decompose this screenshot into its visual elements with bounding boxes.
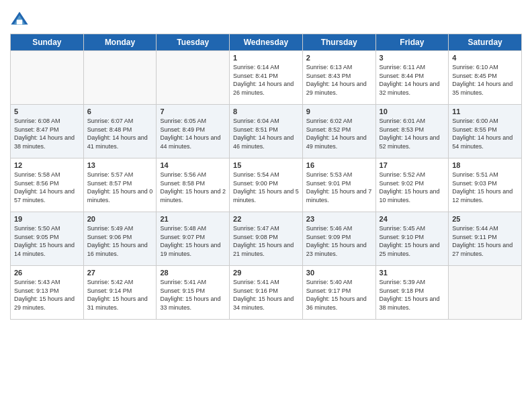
day-number: 13 bbox=[87, 161, 153, 169]
day-info: Sunrise: 6:13 AMSunset: 8:43 PMDaylight:… bbox=[306, 63, 372, 97]
day-number: 30 bbox=[306, 269, 372, 277]
day-info: Sunrise: 5:50 AMSunset: 9:05 PMDaylight:… bbox=[14, 224, 80, 258]
calendar-cell bbox=[157, 51, 230, 105]
day-number: 11 bbox=[452, 107, 518, 116]
day-info: Sunrise: 5:46 AMSunset: 9:09 PMDaylight:… bbox=[306, 224, 372, 258]
calendar-cell: 31Sunrise: 5:39 AMSunset: 9:18 PMDayligh… bbox=[375, 266, 449, 320]
col-header-sunday: Sunday bbox=[11, 34, 84, 51]
calendar-cell bbox=[83, 51, 157, 105]
day-number: 28 bbox=[160, 269, 226, 277]
day-number: 17 bbox=[380, 161, 445, 169]
col-header-tuesday: Tuesday bbox=[157, 34, 230, 51]
day-info: Sunrise: 5:44 AMSunset: 9:11 PMDaylight:… bbox=[452, 224, 518, 258]
day-info: Sunrise: 5:48 AMSunset: 9:07 PMDaylight:… bbox=[160, 224, 226, 258]
calendar-cell: 12Sunrise: 5:58 AMSunset: 8:56 PMDayligh… bbox=[11, 158, 84, 212]
day-info: Sunrise: 6:01 AMSunset: 8:53 PMDaylight:… bbox=[380, 117, 445, 150]
calendar-cell: 16Sunrise: 5:53 AMSunset: 9:01 PMDayligh… bbox=[302, 158, 375, 212]
calendar-cell: 23Sunrise: 5:46 AMSunset: 9:09 PMDayligh… bbox=[302, 212, 375, 266]
calendar-week-5: 26Sunrise: 5:43 AMSunset: 9:13 PMDayligh… bbox=[11, 266, 522, 320]
day-number: 10 bbox=[380, 107, 445, 116]
day-info: Sunrise: 5:40 AMSunset: 9:17 PMDaylight:… bbox=[306, 278, 372, 312]
day-number: 27 bbox=[87, 269, 153, 277]
day-info: Sunrise: 6:14 AMSunset: 8:41 PMDaylight:… bbox=[233, 63, 299, 97]
day-info: Sunrise: 5:53 AMSunset: 9:01 PMDaylight:… bbox=[306, 171, 372, 204]
calendar-cell: 7Sunrise: 6:05 AMSunset: 8:49 PMDaylight… bbox=[157, 105, 230, 158]
day-info: Sunrise: 5:57 AMSunset: 8:57 PMDaylight:… bbox=[87, 171, 153, 204]
day-info: Sunrise: 5:47 AMSunset: 9:08 PMDaylight:… bbox=[233, 224, 299, 258]
calendar-week-2: 5Sunrise: 6:08 AMSunset: 8:47 PMDaylight… bbox=[11, 105, 522, 158]
calendar-cell: 17Sunrise: 5:52 AMSunset: 9:02 PMDayligh… bbox=[375, 158, 449, 212]
day-number: 21 bbox=[160, 215, 226, 223]
day-info: Sunrise: 6:02 AMSunset: 8:52 PMDaylight:… bbox=[306, 117, 372, 150]
col-header-thursday: Thursday bbox=[302, 34, 375, 51]
day-number: 9 bbox=[306, 107, 372, 116]
day-info: Sunrise: 5:41 AMSunset: 9:15 PMDaylight:… bbox=[160, 278, 226, 312]
calendar-cell: 8Sunrise: 6:04 AMSunset: 8:51 PMDaylight… bbox=[230, 105, 303, 158]
day-number: 8 bbox=[233, 107, 299, 116]
day-info: Sunrise: 5:41 AMSunset: 9:16 PMDaylight:… bbox=[233, 278, 299, 312]
day-number: 4 bbox=[452, 54, 518, 62]
day-info: Sunrise: 5:43 AMSunset: 9:13 PMDaylight:… bbox=[14, 278, 80, 312]
day-number: 7 bbox=[160, 107, 226, 116]
day-number: 23 bbox=[306, 215, 372, 223]
logo bbox=[10, 9, 32, 28]
col-header-saturday: Saturday bbox=[449, 34, 522, 51]
day-number: 3 bbox=[380, 54, 445, 62]
calendar-cell: 15Sunrise: 5:54 AMSunset: 9:00 PMDayligh… bbox=[230, 158, 303, 212]
day-number: 14 bbox=[160, 161, 226, 169]
calendar-cell: 21Sunrise: 5:48 AMSunset: 9:07 PMDayligh… bbox=[157, 212, 230, 266]
calendar-cell: 29Sunrise: 5:41 AMSunset: 9:16 PMDayligh… bbox=[230, 266, 303, 320]
calendar-cell: 25Sunrise: 5:44 AMSunset: 9:11 PMDayligh… bbox=[449, 212, 522, 266]
svg-rect-2 bbox=[17, 19, 22, 24]
day-number: 2 bbox=[306, 54, 372, 62]
calendar-cell: 4Sunrise: 6:10 AMSunset: 8:45 PMDaylight… bbox=[449, 51, 522, 105]
calendar-cell: 9Sunrise: 6:02 AMSunset: 8:52 PMDaylight… bbox=[302, 105, 375, 158]
day-number: 18 bbox=[452, 161, 518, 169]
day-info: Sunrise: 6:05 AMSunset: 8:49 PMDaylight:… bbox=[160, 117, 226, 150]
day-info: Sunrise: 6:10 AMSunset: 8:45 PMDaylight:… bbox=[452, 63, 518, 97]
col-header-monday: Monday bbox=[83, 34, 157, 51]
day-number: 25 bbox=[452, 215, 518, 223]
calendar-cell: 3Sunrise: 6:11 AMSunset: 8:44 PMDaylight… bbox=[375, 51, 449, 105]
day-number: 24 bbox=[380, 215, 445, 223]
calendar-cell: 14Sunrise: 5:56 AMSunset: 8:58 PMDayligh… bbox=[157, 158, 230, 212]
day-info: Sunrise: 6:00 AMSunset: 8:55 PMDaylight:… bbox=[452, 117, 518, 150]
calendar-cell: 27Sunrise: 5:42 AMSunset: 9:14 PMDayligh… bbox=[83, 266, 157, 320]
calendar-cell: 13Sunrise: 5:57 AMSunset: 8:57 PMDayligh… bbox=[83, 158, 157, 212]
calendar-cell: 19Sunrise: 5:50 AMSunset: 9:05 PMDayligh… bbox=[11, 212, 84, 266]
day-number: 6 bbox=[87, 107, 153, 116]
day-number: 29 bbox=[233, 269, 299, 277]
calendar-week-1: 1Sunrise: 6:14 AMSunset: 8:41 PMDaylight… bbox=[11, 51, 522, 105]
calendar-cell: 10Sunrise: 6:01 AMSunset: 8:53 PMDayligh… bbox=[375, 105, 449, 158]
calendar-cell: 26Sunrise: 5:43 AMSunset: 9:13 PMDayligh… bbox=[11, 266, 84, 320]
calendar-cell: 5Sunrise: 6:08 AMSunset: 8:47 PMDaylight… bbox=[11, 105, 84, 158]
day-number: 19 bbox=[14, 215, 80, 223]
day-number: 31 bbox=[380, 269, 445, 277]
day-info: Sunrise: 6:08 AMSunset: 8:47 PMDaylight:… bbox=[14, 117, 80, 150]
calendar-cell bbox=[449, 266, 522, 320]
day-info: Sunrise: 5:58 AMSunset: 8:56 PMDaylight:… bbox=[14, 171, 80, 204]
day-number: 16 bbox=[306, 161, 372, 169]
calendar-cell: 1Sunrise: 6:14 AMSunset: 8:41 PMDaylight… bbox=[230, 51, 303, 105]
calendar-cell: 2Sunrise: 6:13 AMSunset: 8:43 PMDaylight… bbox=[302, 51, 375, 105]
calendar-cell: 22Sunrise: 5:47 AMSunset: 9:08 PMDayligh… bbox=[230, 212, 303, 266]
day-number: 26 bbox=[14, 269, 80, 277]
day-info: Sunrise: 6:04 AMSunset: 8:51 PMDaylight:… bbox=[233, 117, 299, 150]
page: SundayMondayTuesdayWednesdayThursdayFrid… bbox=[0, 0, 532, 411]
day-number: 20 bbox=[87, 215, 153, 223]
calendar-cell: 11Sunrise: 6:00 AMSunset: 8:55 PMDayligh… bbox=[449, 105, 522, 158]
calendar-week-4: 19Sunrise: 5:50 AMSunset: 9:05 PMDayligh… bbox=[11, 212, 522, 266]
calendar-cell: 6Sunrise: 6:07 AMSunset: 8:48 PMDaylight… bbox=[83, 105, 157, 158]
day-info: Sunrise: 5:45 AMSunset: 9:10 PMDaylight:… bbox=[380, 224, 445, 258]
day-info: Sunrise: 5:54 AMSunset: 9:00 PMDaylight:… bbox=[233, 171, 299, 204]
day-info: Sunrise: 5:51 AMSunset: 9:03 PMDaylight:… bbox=[452, 171, 518, 204]
calendar-header-row: SundayMondayTuesdayWednesdayThursdayFrid… bbox=[11, 34, 522, 51]
day-info: Sunrise: 5:39 AMSunset: 9:18 PMDaylight:… bbox=[380, 278, 445, 312]
day-info: Sunrise: 5:42 AMSunset: 9:14 PMDaylight:… bbox=[87, 278, 153, 312]
calendar-cell: 30Sunrise: 5:40 AMSunset: 9:17 PMDayligh… bbox=[302, 266, 375, 320]
day-info: Sunrise: 6:07 AMSunset: 8:48 PMDaylight:… bbox=[87, 117, 153, 150]
calendar-cell: 18Sunrise: 5:51 AMSunset: 9:03 PMDayligh… bbox=[449, 158, 522, 212]
header bbox=[10, 7, 522, 28]
calendar-cell bbox=[11, 51, 84, 105]
calendar-cell: 28Sunrise: 5:41 AMSunset: 9:15 PMDayligh… bbox=[157, 266, 230, 320]
